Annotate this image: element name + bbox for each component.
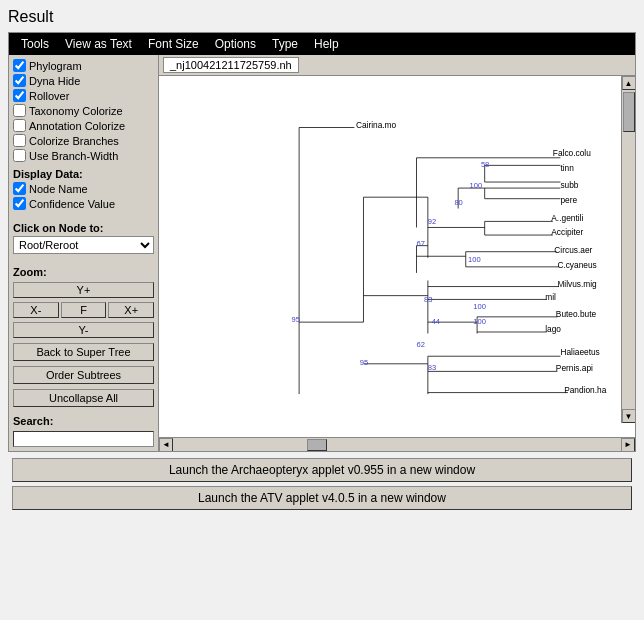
- confidence-value: 100: [473, 302, 486, 311]
- confidence-value: 62: [417, 340, 425, 349]
- menu-item-type[interactable]: Type: [264, 35, 306, 53]
- confidence-value: 83: [424, 295, 432, 304]
- checkbox-cb6[interactable]: Colorize Branches: [13, 134, 154, 147]
- checkbox-cb4[interactable]: Taxonomy Colorize: [13, 104, 154, 117]
- tree-node-label: lago: [545, 324, 561, 334]
- menu-item-help[interactable]: Help: [306, 35, 347, 53]
- tree-svg: Cairina.moFalco.colutinnsubbpereA..genti…: [159, 76, 621, 437]
- display-checkbox-dd2[interactable]: Confidence Value: [13, 197, 154, 210]
- search-input[interactable]: [13, 431, 154, 447]
- confidence-value: 92: [428, 217, 436, 226]
- zoom-zoom_x_minus-button[interactable]: X-: [13, 302, 59, 318]
- tree-node-label: Haliaeetus: [560, 347, 599, 357]
- confidence-value: 95: [360, 358, 368, 367]
- confidence-value: 95: [292, 315, 300, 324]
- scroll-right-arrow[interactable]: ►: [621, 438, 635, 452]
- scroll-thumb-h[interactable]: [307, 439, 327, 451]
- confidence-value: 83: [428, 363, 436, 372]
- scrollbar-horizontal[interactable]: ◄ ►: [159, 437, 635, 451]
- tree-panel: _nj100421211725759.nh Cairina.moFalco.co…: [159, 55, 635, 451]
- tree-node-label: pere: [560, 195, 577, 205]
- scroll-track-h[interactable]: [173, 438, 621, 452]
- tree-node-label: Falco.colu: [553, 148, 591, 158]
- tree-node-label: subb: [560, 180, 578, 190]
- zoom-zoom_x_plus-button[interactable]: X+: [108, 302, 154, 318]
- checkbox-cb5[interactable]: Annotation Colorize: [13, 119, 154, 132]
- tree-node-label: Cairina.mo: [356, 120, 397, 130]
- zoom-y-minus-button[interactable]: Y-: [13, 322, 154, 338]
- confidence-value: 80: [454, 198, 462, 207]
- zoom-y-plus-button[interactable]: Y+: [13, 282, 154, 298]
- bottom-buttons: Launch the Archaeopteryx applet v0.955 i…: [8, 452, 636, 516]
- tree-node-label: tinn: [560, 163, 574, 173]
- confidence-value: 58: [481, 160, 489, 169]
- main-container: ToolsView as TextFont SizeOptionsTypeHel…: [8, 32, 636, 452]
- tree-node-label: C.cyaneus: [557, 260, 596, 270]
- menu-item-options[interactable]: Options: [207, 35, 264, 53]
- checkbox-cb2[interactable]: Dyna Hide: [13, 74, 154, 87]
- tree-node-label: Buteo.bute: [556, 309, 597, 319]
- search-label: Search:: [13, 415, 154, 427]
- tree-node-label: mil: [545, 292, 556, 302]
- menu-item-tools[interactable]: Tools: [13, 35, 57, 53]
- node-action-dropdown[interactable]: Root/RerootCollapseSwapDisplay Info: [13, 236, 154, 254]
- page-title: Result: [8, 8, 636, 26]
- tab-bar: _nj100421211725759.nh: [159, 55, 635, 76]
- scroll-left-arrow[interactable]: ◄: [159, 438, 173, 452]
- confidence-value: 67: [417, 239, 425, 248]
- scroll-up-arrow[interactable]: ▲: [622, 76, 636, 90]
- sidebar: PhylogramDyna HideRolloverTaxonomy Color…: [9, 55, 159, 451]
- confidence-value: 100: [468, 255, 481, 264]
- confidence-value: 100: [473, 317, 486, 326]
- tree-node-label: Accipiter: [551, 227, 583, 237]
- back-button[interactable]: Back to Super Tree: [13, 343, 154, 361]
- tree-node-label: A..gentili: [551, 213, 583, 223]
- menu-bar: ToolsView as TextFont SizeOptionsTypeHel…: [9, 33, 635, 55]
- tree-node-label: Pandion.ha: [564, 385, 607, 395]
- scroll-thumb-v[interactable]: [623, 92, 635, 132]
- menu-item-font-size[interactable]: Font Size: [140, 35, 207, 53]
- uncollapse-button[interactable]: Uncollapse All: [13, 389, 154, 407]
- content-area: PhylogramDyna HideRolloverTaxonomy Color…: [9, 55, 635, 451]
- checkbox-cb3[interactable]: Rollover: [13, 89, 154, 102]
- zoom-zoom_f-button[interactable]: F: [61, 302, 107, 318]
- tab[interactable]: _nj100421211725759.nh: [163, 57, 299, 73]
- checkbox-cb1[interactable]: Phylogram: [13, 59, 154, 72]
- tree-node-label: Pernis.api: [556, 363, 593, 373]
- confidence-value: 100: [470, 181, 483, 190]
- order-button[interactable]: Order Subtrees: [13, 366, 154, 384]
- tree-node-label: Milvus.mig: [557, 279, 597, 289]
- launch-atv-button[interactable]: Launch the ATV applet v4.0.5 in a new wi…: [12, 486, 632, 510]
- confidence-value: 44: [432, 317, 440, 326]
- scrollbar-vertical[interactable]: ▲ ▼: [621, 76, 635, 423]
- checkbox-cb7[interactable]: Use Branch-Width: [13, 149, 154, 162]
- launch-archaeopteryx-button[interactable]: Launch the Archaeopteryx applet v0.955 i…: [12, 458, 632, 482]
- tree-viewport[interactable]: Cairina.moFalco.colutinnsubbpereA..genti…: [159, 76, 635, 437]
- scroll-down-arrow[interactable]: ▼: [622, 409, 636, 423]
- display-checkbox-dd1[interactable]: Node Name: [13, 182, 154, 195]
- display-data-label: Display Data:: [13, 168, 154, 180]
- tree-node-label: Circus.aer: [554, 245, 592, 255]
- click-on-node-label: Click on Node to:: [13, 222, 154, 234]
- zoom-label: Zoom:: [13, 266, 154, 278]
- menu-item-view-as-text[interactable]: View as Text: [57, 35, 140, 53]
